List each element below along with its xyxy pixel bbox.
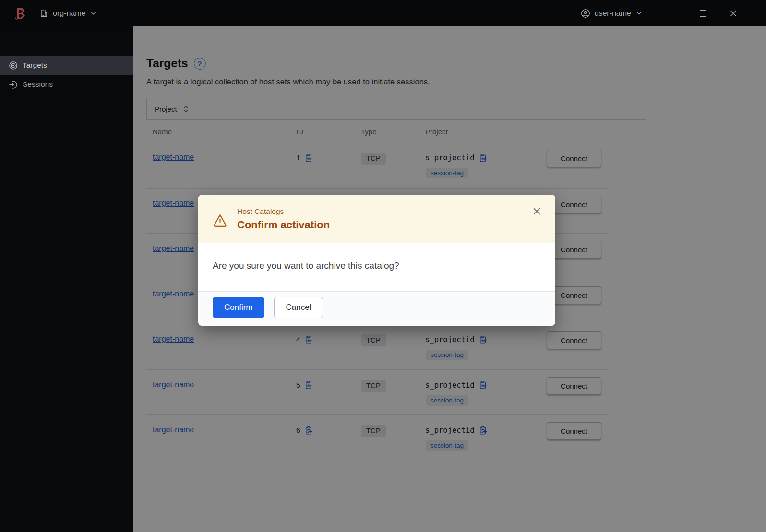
maximize-button[interactable] [698,9,708,18]
chevron-down-icon [91,12,96,15]
cancel-button[interactable]: Cancel [274,297,323,318]
close-icon [730,10,737,17]
minimize-button[interactable] [668,9,678,18]
user-name-label: user-name [595,9,631,18]
sidebar-item-sessions[interactable]: Sessions [0,75,133,94]
confirm-dialog: Host Catalogs Confirm activation Are you… [198,195,555,326]
sidebar-item-targets[interactable]: Targets [0,56,133,75]
dialog-body-text: Are you sure you want to archive this ca… [198,243,555,291]
user-avatar-icon [581,9,590,18]
org-menu[interactable]: org-name [39,9,96,18]
maximize-icon [700,10,706,17]
sidebar: Targets Sessions [0,26,133,532]
close-window-button[interactable] [729,9,738,18]
org-building-icon [39,9,48,18]
chevron-down-icon [636,12,642,15]
dialog-title: Confirm activation [237,219,330,231]
session-icon [9,80,18,89]
sidebar-item-label: Sessions [23,80,53,89]
warning-icon [213,213,227,228]
dialog-context-label: Host Catalogs [237,207,330,216]
dialog-close-button[interactable] [532,206,542,216]
dialog-footer: Confirm Cancel [198,291,555,326]
confirm-button[interactable]: Confirm [213,297,264,318]
user-menu[interactable]: user-name [581,9,642,18]
dialog-header: Host Catalogs Confirm activation [198,195,555,243]
close-icon [532,207,542,216]
minimize-icon [670,13,676,13]
org-name-label: org-name [53,9,85,18]
window-controls [668,9,738,18]
target-icon [9,61,18,70]
titlebar: org-name user-name [0,0,766,26]
sidebar-item-label: Targets [23,61,47,70]
boundary-logo-icon [13,6,28,21]
